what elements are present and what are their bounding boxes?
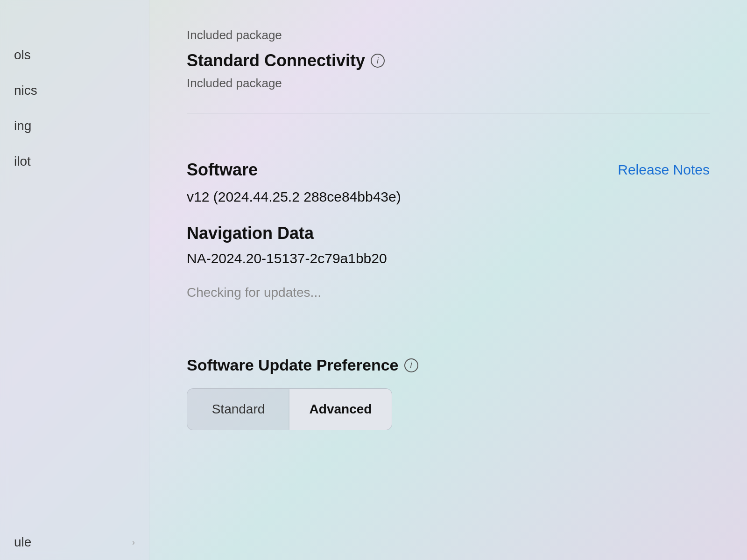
update-pref-info-icon[interactable]: i bbox=[404, 358, 418, 372]
advanced-toggle-button[interactable]: Advanced bbox=[289, 389, 392, 430]
nav-data-value: NA-2024.20-15137-2c79a1bb20 bbox=[187, 251, 710, 266]
main-content: Included package Standard Connectivity i… bbox=[149, 0, 747, 560]
included-package-section: Included package Standard Connectivity i… bbox=[187, 28, 710, 113]
chevron-right-icon: › bbox=[132, 538, 135, 547]
update-pref-label: Software Update Preference i bbox=[187, 356, 710, 374]
included-package-top-label: Included package bbox=[187, 28, 710, 42]
software-version: v12 (2024.44.25.2 288ce84bb43e) bbox=[187, 189, 710, 205]
sidebar-item-ing[interactable]: ing bbox=[0, 108, 149, 144]
software-title: Software bbox=[187, 160, 258, 180]
software-header-row: Software Release Notes bbox=[187, 160, 710, 180]
standard-toggle-button[interactable]: Standard bbox=[187, 389, 289, 430]
sidebar-item-ilot[interactable]: ilot bbox=[0, 144, 149, 179]
nav-data-label: Navigation Data bbox=[187, 224, 710, 243]
included-package-subtitle: Included package bbox=[187, 76, 710, 91]
sidebar-item-ule[interactable]: ule › bbox=[0, 525, 149, 560]
sidebar-item-ols[interactable]: ols bbox=[0, 37, 149, 73]
page-container: ols nics ing ilot ule › Included package… bbox=[0, 0, 747, 560]
sidebar: ols nics ing ilot ule › bbox=[0, 0, 149, 560]
checking-updates-status: Checking for updates... bbox=[187, 285, 710, 300]
connectivity-info-icon[interactable]: i bbox=[371, 54, 385, 68]
update-preference-toggle: Standard Advanced bbox=[187, 388, 392, 430]
software-section: Software Release Notes v12 (2024.44.25.2… bbox=[187, 137, 710, 347]
sidebar-item-nics[interactable]: nics bbox=[0, 73, 149, 108]
release-notes-link[interactable]: Release Notes bbox=[618, 162, 710, 178]
software-update-pref-section: Software Update Preference i Standard Ad… bbox=[187, 356, 710, 430]
standard-connectivity-title: Standard Connectivity i bbox=[187, 51, 710, 70]
